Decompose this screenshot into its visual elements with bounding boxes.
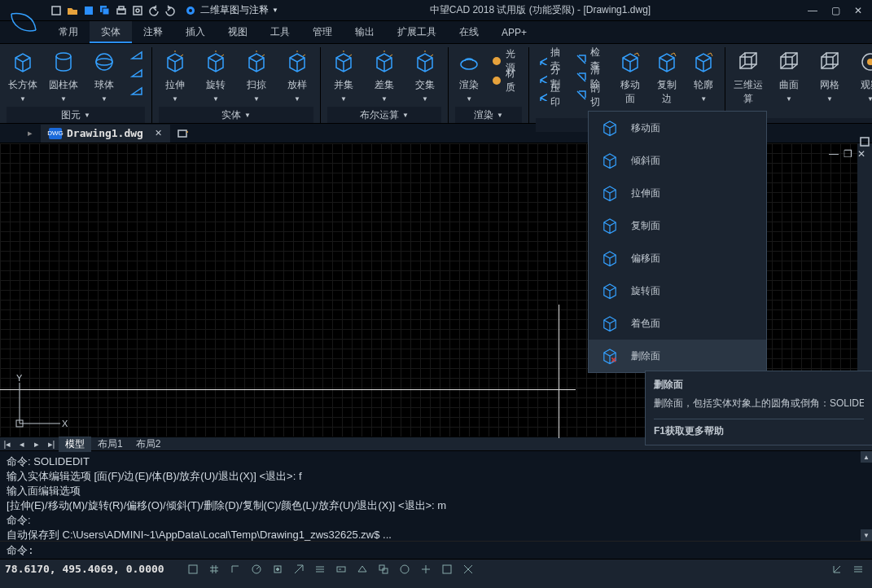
- undo-icon[interactable]: [147, 3, 161, 18]
- dropdown-offset-face[interactable]: 偏移面: [589, 242, 766, 274]
- layout-nav-first[interactable]: |◂: [0, 439, 15, 450]
- side-tool-1[interactable]: [857, 134, 872, 149]
- minimize-button[interactable]: —: [802, 3, 823, 18]
- intersect-tool[interactable]: 交集▼: [409, 49, 441, 103]
- rotate-face-icon: [600, 281, 620, 301]
- material-item[interactable]: 材质: [491, 73, 522, 88]
- dropdown-copy-face[interactable]: 复制面: [589, 209, 766, 242]
- open-icon[interactable]: [65, 3, 80, 18]
- dropdown-rotate-face[interactable]: 旋转面: [589, 274, 766, 307]
- status-polar-button[interactable]: [248, 561, 265, 577]
- pin-icon[interactable]: ▸: [24, 128, 36, 138]
- status-grid-button[interactable]: [205, 561, 223, 577]
- tab-close-icon[interactable]: ✕: [155, 128, 162, 138]
- layout-nav-last[interactable]: ▸|: [44, 439, 59, 450]
- workspace-selector[interactable]: 二维草图与注释 ▼: [184, 3, 278, 17]
- add-tab-button[interactable]: [175, 127, 191, 140]
- status-otrack-button[interactable]: [290, 561, 308, 577]
- status-osnap-button[interactable]: [269, 561, 287, 577]
- menu-tab-10[interactable]: APP+: [490, 21, 538, 43]
- status-extra3-button[interactable]: [438, 561, 456, 577]
- status-dyn-button[interactable]: [332, 561, 350, 577]
- coordinates-readout[interactable]: 78.6170, 495.4069, 0.0000: [5, 563, 164, 575]
- imprint-item[interactable]: 0">压印: [536, 88, 567, 103]
- menu-tab-3[interactable]: 插入: [174, 21, 217, 43]
- cone-icon[interactable]: [129, 67, 145, 80]
- doc-minimize-button[interactable]: —: [829, 148, 839, 160]
- menu-tab-2[interactable]: 注释: [132, 21, 174, 43]
- status-snap-button[interactable]: [184, 561, 202, 577]
- new-icon[interactable]: [49, 3, 64, 18]
- silhouette-tool[interactable]: 轮廓▼: [690, 49, 718, 103]
- dropdown-move-face[interactable]: 移动面: [589, 112, 766, 144]
- redo-icon[interactable]: [163, 3, 177, 18]
- observe-tool[interactable]: 观察▼: [854, 49, 872, 103]
- layout-nav-next[interactable]: ▸: [29, 439, 44, 450]
- extrude-tool[interactable]: 拉伸▼: [159, 49, 191, 103]
- surface-tool[interactable]: 曲面▼: [773, 49, 805, 103]
- menu-tab-7[interactable]: 输出: [344, 21, 386, 43]
- tooltip-footer: F1获取更多帮助: [654, 419, 864, 438]
- layout-nav-prev[interactable]: ◂: [15, 439, 29, 450]
- revolve-tool-icon: [203, 49, 229, 75]
- command-input[interactable]: [37, 544, 865, 556]
- command-history[interactable]: ▲ ▼ 命令: SOLIDEDIT输入实体编辑选项 [面(F)/边(E)/体(B…: [0, 451, 872, 541]
- menu-tab-1[interactable]: 实体: [90, 21, 132, 43]
- sweep-tool[interactable]: 扫掠▼: [240, 49, 273, 103]
- layout-tab-2[interactable]: 布局2: [129, 437, 168, 452]
- close-button[interactable]: ✕: [848, 3, 869, 18]
- status-config-button[interactable]: [849, 561, 867, 577]
- svg-rect-0: [52, 7, 60, 15]
- menu-tab-5[interactable]: 工具: [259, 21, 301, 43]
- file-tab[interactable]: DWG Drawing1.dwg ✕: [41, 125, 170, 143]
- wedge-icon[interactable]: [129, 49, 145, 62]
- subtract-tool[interactable]: 差集▼: [368, 49, 401, 103]
- loft-tool[interactable]: 放样▼: [281, 49, 313, 103]
- menu-tab-9[interactable]: 在线: [448, 21, 490, 43]
- print-icon[interactable]: [114, 3, 129, 18]
- revolve-tool[interactable]: 旋转▼: [199, 49, 232, 103]
- dropdown-extrude-face[interactable]: 拉伸面: [589, 177, 766, 209]
- panel-label-2: 布尔运算▼: [327, 107, 441, 123]
- scroll-up-button[interactable]: ▲: [861, 451, 872, 463]
- status-ortho-button[interactable]: [226, 561, 244, 577]
- copy-edge-tool[interactable]: 复制边▼: [652, 49, 681, 116]
- svg-rect-3: [103, 8, 109, 15]
- save-icon[interactable]: [81, 3, 96, 18]
- doc-close-button[interactable]: ✕: [857, 148, 865, 160]
- render-tool[interactable]: 渲染▼: [455, 49, 483, 103]
- maximize-button[interactable]: ▢: [825, 3, 846, 18]
- torus-icon[interactable]: [129, 85, 145, 98]
- status-extra4-button[interactable]: [459, 561, 477, 577]
- dropdown-color-face[interactable]: 着色面: [589, 307, 766, 340]
- preview-icon[interactable]: [130, 3, 145, 18]
- cylinder-tool[interactable]: 圆柱体▼: [47, 49, 80, 103]
- layout-tab-1[interactable]: 布局1: [91, 437, 129, 452]
- menu-tab-4[interactable]: 视图: [217, 21, 259, 43]
- doc-restore-button[interactable]: ❐: [844, 148, 852, 160]
- menu-tab-6[interactable]: 管理: [301, 21, 344, 43]
- status-model-button[interactable]: [353, 561, 371, 577]
- box-tool[interactable]: 长方体▼: [7, 49, 39, 103]
- status-annoscale-button[interactable]: [828, 561, 846, 577]
- menu-tab-0[interactable]: 常用: [47, 21, 90, 43]
- status-extra1-button[interactable]: [396, 561, 414, 577]
- status-cycle-button[interactable]: [375, 561, 392, 577]
- mesh-tool[interactable]: 网格▼: [813, 49, 846, 103]
- saveall-icon[interactable]: [98, 3, 112, 18]
- app-logo[interactable]: [0, 0, 46, 44]
- section-item[interactable]: 剖切: [576, 88, 607, 103]
- status-extra2-button[interactable]: [417, 561, 435, 577]
- status-lwt-button[interactable]: [311, 561, 329, 577]
- menu-tab-8[interactable]: 扩展工具: [386, 21, 448, 43]
- scroll-down-button[interactable]: ▼: [861, 529, 872, 541]
- layout-tab-0[interactable]: 模型: [59, 437, 91, 452]
- svg-rect-31: [189, 565, 197, 573]
- dropdown-taper-face[interactable]: 倾斜面: [589, 144, 766, 177]
- dropdown-delete-face[interactable]: 删除面: [589, 340, 766, 372]
- move-face-tool[interactable]: 移动面▼: [616, 49, 644, 116]
- sphere-tool[interactable]: 球体▼: [88, 49, 121, 103]
- union-tool[interactable]: 并集▼: [327, 49, 360, 103]
- 3dops-tool[interactable]: 三维运算▼: [732, 49, 765, 116]
- cleanup-item-icon: [576, 71, 587, 84]
